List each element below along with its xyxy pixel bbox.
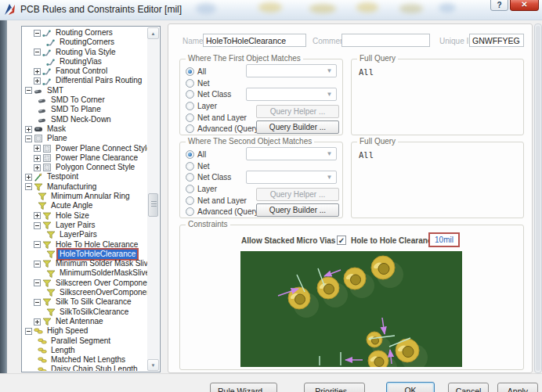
radio-button-icon[interactable] [186,150,194,159]
collapse-minus-icon[interactable] [34,299,41,306]
tree-item-power-plane-connect-style[interactable]: Power Plane Connect Style [23,144,147,153]
tree-item-daisy-chain-stub-length[interactable]: Daisy Chain Stub Length [23,365,147,371]
tree-item-plane[interactable]: Plane [23,134,147,143]
name-input[interactable] [203,34,306,47]
panel-scrollbar[interactable] [534,23,542,373]
query-builder-button[interactable]: Query Builder ... [256,203,339,217]
collapse-minus-icon[interactable] [34,30,41,37]
expand-plus-icon[interactable] [34,318,41,325]
unique-id-input[interactable] [469,34,524,47]
tree-item-smt[interactable]: SMT [23,86,147,95]
radio-layer[interactable]: Layer [186,100,261,112]
ok-button[interactable]: OK [386,382,435,392]
tree-item-routingcorners[interactable]: RoutingCorners [23,38,147,47]
radio-button-icon[interactable] [186,173,194,182]
scroll-down-icon[interactable]: ▼ [147,359,159,371]
help-button[interactable]: ? [490,0,508,11]
comment-input[interactable] [341,34,430,47]
tree-item-layer-pairs[interactable]: Layer Pairs [23,221,147,230]
collapse-minus-icon[interactable] [25,328,32,335]
tree-item-holetoholeclearance[interactable]: HoleToHoleClearance [23,250,147,259]
collapse-minus-icon[interactable] [34,241,41,248]
expand-plus-icon[interactable] [34,68,41,75]
tree-item-smd-to-corner[interactable]: SMD To Corner [23,95,147,105]
full-query-value: All [359,150,374,160]
tree-item-acute-angle[interactable]: Acute Angle [23,201,147,210]
tree-item-differential-pairs-routing[interactable]: Differential Pairs Routing [23,76,147,85]
tree-item-high-speed[interactable]: High Speed [23,326,147,336]
query-helper-button[interactable]: Query Helper ... [256,105,339,118]
radio-button-icon[interactable] [186,162,194,171]
radio-layer[interactable]: Layer [186,183,261,195]
net-combo[interactable]: ▼ [246,64,337,77]
tree-item-fanout-control[interactable]: Fanout Control [23,67,147,76]
expand-plus-icon[interactable] [34,145,41,152]
rule-wizard-button[interactable]: Rule Wizard... [210,383,277,392]
tree-scrollbar[interactable]: ▲ ▼ [147,27,159,371]
radio-button-icon[interactable] [186,207,194,216]
tree-item-silktosilkclearance[interactable]: SilkToSilkClearance [23,307,147,317]
collapse-minus-icon[interactable] [34,261,41,268]
expand-plus-icon[interactable] [25,174,32,181]
net-combo[interactable]: ▼ [246,147,337,160]
tree-item-hole-size[interactable]: Hole Size [23,211,147,221]
net-class-combo[interactable]: ▼ [246,88,337,101]
collapse-minus-icon[interactable] [34,49,41,56]
collapse-minus-icon[interactable] [25,135,32,142]
query-builder-button[interactable]: Query Builder ... [256,120,339,134]
radio-button-icon[interactable] [186,79,194,88]
tree-item-minimum-solder-mask-sliver[interactable]: Minimum Solder Mask Sliver [23,259,147,268]
radio-advanced-query-[interactable]: Advanced (Query) [186,123,261,135]
expand-plus-icon[interactable] [34,212,41,219]
close-button[interactable]: ✕ [510,0,539,11]
tree-item-net-antennae[interactable]: Net Antennae [23,317,147,326]
tree-item-manufacturing[interactable]: Manufacturing [23,182,147,192]
net-class-combo[interactable]: ▼ [246,171,337,184]
tree-item-polygon-connect-style[interactable]: Polygon Connect Style [23,163,147,172]
tree-item-silkscreenovercomponentpac[interactable]: SilkscreenOverComponentPac [23,288,147,297]
allow-stacked-checkbox[interactable]: ✓ [337,236,346,245]
expand-plus-icon[interactable] [34,77,41,85]
expand-plus-icon[interactable] [34,155,41,162]
radio-button-icon[interactable] [186,185,194,193]
tree-item-layerpairs[interactable]: LayerPairs [23,230,147,239]
radio-button-icon[interactable] [186,196,194,205]
scroll-up-icon[interactable]: ▲ [147,27,159,39]
clearance-value-field[interactable]: 10mil [430,234,458,246]
tree-item-length[interactable]: Length [23,346,147,355]
tree-item-parallel-segment[interactable]: Parallel Segment [23,336,147,346]
collapse-minus-icon[interactable] [34,222,41,229]
radio-button-icon[interactable] [186,67,194,76]
tree-item-silk-to-silk-clearance[interactable]: Silk To Silk Clearance [23,297,147,307]
tree-item-smd-to-plane[interactable]: SMD To Plane [23,105,147,114]
priorities-button[interactable]: Priorities... [304,383,365,392]
radio-button-icon[interactable] [186,90,194,99]
tree-item-silkscreen-over-component-pads[interactable]: Silkscreen Over Component Pads [23,279,147,288]
tree-item-matched-net-lengths[interactable]: Matched Net Lengths [23,355,147,365]
query-helper-button[interactable]: Query Helper ... [256,188,339,201]
collapse-minus-icon[interactable] [25,183,32,190]
cancel-button[interactable]: Cancel [448,383,489,392]
collapse-minus-icon[interactable] [34,279,41,286]
expand-plus-icon[interactable] [25,126,32,133]
expand-plus-icon[interactable] [34,164,41,171]
scrollbar-thumb[interactable] [148,193,158,217]
radio-advanced-query-[interactable]: Advanced (Query) [186,206,261,218]
radio-button-icon[interactable] [186,113,194,122]
radio-button-icon[interactable] [186,124,194,133]
collapse-minus-icon[interactable] [25,87,32,94]
tree-item-power-plane-clearance[interactable]: Power Plane Clearance [23,153,147,163]
tree-item-hole-to-hole-clearance[interactable]: Hole To Hole Clearance [23,240,147,250]
radio-net-and-layer[interactable]: Net and Layer [186,112,261,124]
apply-button[interactable]: Apply [497,383,538,392]
tree-item-routing-via-style[interactable]: Routing Via Style [23,48,147,57]
radio-button-icon[interactable] [186,102,194,110]
tree-item-testpoint[interactable]: Testpoint [23,172,147,182]
tree-item-smd-neck-down[interactable]: SMD Neck-Down [23,115,147,124]
tree-item-routing-corners[interactable]: Routing Corners [23,28,147,38]
radio-net-and-layer[interactable]: Net and Layer [186,195,261,207]
tree-item-routingvias[interactable]: RoutingVias [23,57,147,67]
tree-item-minimum-annular-ring[interactable]: Minimum Annular Ring [23,192,147,201]
tree-item-mask[interactable]: Mask [23,124,147,134]
tree-item-minimumsoldermasksliver[interactable]: MinimumSolderMaskSliver [23,268,147,278]
